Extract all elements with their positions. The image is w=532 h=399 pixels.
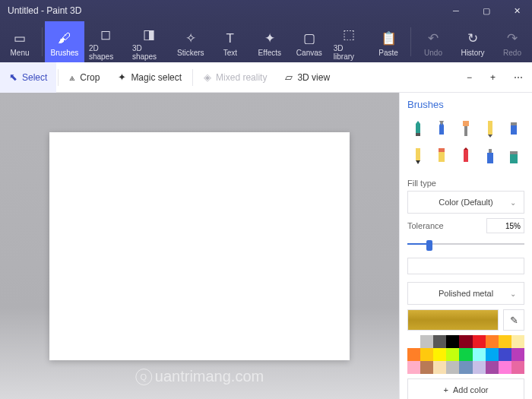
palette-color[interactable] [420, 335, 433, 348]
brush-pixel[interactable] [503, 118, 524, 141]
svg-rect-1 [463, 121, 469, 126]
mixed-reality-tool: ◈ Mixed reality [195, 62, 276, 93]
magic-select-tool[interactable]: ✦ Magic select [109, 62, 191, 93]
palette-color[interactable] [499, 361, 511, 374]
brush-watercolor[interactable] [480, 118, 501, 141]
svg-rect-12 [510, 154, 518, 163]
crop-tool[interactable]: ⟁ Crop [60, 62, 109, 93]
svg-rect-9 [464, 150, 468, 162]
palette-color[interactable] [473, 335, 486, 348]
text-icon: T [226, 30, 234, 47]
palette-color[interactable] [511, 361, 524, 374]
brush-oil[interactable] [455, 118, 477, 141]
tab-stickers[interactable]: ✧ Stickers [171, 21, 211, 62]
canvas-area[interactable]: Q uantrimang.com [0, 93, 399, 399]
ribbon: ▭ Menu 🖌 Brushes ◻ 2D shapes ◨ 3D shapes… [0, 21, 532, 62]
more-button[interactable]: ⋯ [505, 62, 532, 93]
brush-fill[interactable] [503, 145, 524, 168]
fill-type-label: Fill type [407, 179, 524, 188]
palette-color[interactable] [433, 361, 446, 374]
brush-grid [407, 118, 524, 168]
palette-color[interactable] [486, 335, 499, 348]
zoom-in-button[interactable]: + [481, 62, 505, 93]
palette-color[interactable] [446, 335, 459, 348]
close-button[interactable]: ✕ [502, 0, 532, 21]
view3d-icon: ▱ [285, 71, 293, 83]
palette-color[interactable] [486, 348, 499, 361]
palette-color[interactable] [459, 335, 472, 348]
palette-color[interactable] [407, 335, 420, 348]
stickers-icon: ✧ [185, 30, 196, 47]
brush-crayon[interactable] [455, 145, 477, 168]
palette-color[interactable] [420, 361, 433, 374]
palette-color[interactable] [499, 335, 511, 348]
magic-icon: ✦ [118, 71, 126, 83]
paste-icon: 📋 [381, 30, 397, 47]
palette-color[interactable] [486, 361, 499, 374]
fill-type-dropdown[interactable]: Color (Default) ⌄ [407, 191, 524, 214]
mixed-reality-icon: ◈ [204, 71, 211, 83]
brush-marker[interactable] [407, 118, 429, 141]
zoom-out-button[interactable]: − [458, 62, 481, 93]
maximize-button[interactable]: ▢ [471, 0, 502, 21]
tolerance-slider[interactable] [407, 238, 524, 250]
palette-color[interactable] [407, 361, 420, 374]
cursor-icon: ⬉ [9, 71, 17, 83]
watermark: Q uantrimang.com [135, 368, 264, 385]
palette-color[interactable] [511, 348, 524, 361]
brush-pencil[interactable] [407, 145, 429, 168]
brush-spray[interactable] [480, 145, 501, 168]
library-icon: ⬚ [343, 26, 355, 43]
tab-text[interactable]: T Text [211, 21, 250, 62]
redo-button[interactable]: ↷ Redo [492, 21, 532, 62]
palette-color[interactable] [511, 335, 524, 348]
palette-color[interactable] [446, 361, 459, 374]
brush-calligraphy[interactable] [432, 118, 453, 141]
current-color-swatch[interactable] [407, 309, 499, 331]
undo-button[interactable]: ↶ Undo [413, 21, 453, 62]
paste-button[interactable]: 📋 Paste [369, 21, 408, 62]
history-button[interactable]: ↻ History [453, 21, 492, 62]
minimize-button[interactable]: ─ [441, 0, 471, 21]
svg-rect-11 [489, 149, 492, 153]
chevron-down-icon: ⌄ [510, 290, 516, 298]
history-icon: ↻ [467, 30, 478, 47]
undo-icon: ↶ [428, 30, 439, 47]
material-dropdown[interactable]: Polished metal ⌄ [407, 282, 524, 305]
palette-color[interactable] [433, 335, 446, 348]
palette-color[interactable] [459, 348, 472, 361]
tab-2d-shapes[interactable]: ◻ 2D shapes [84, 21, 128, 62]
opacity-box[interactable] [407, 258, 524, 274]
menu-button[interactable]: ▭ Menu [0, 21, 40, 62]
palette-color[interactable] [420, 348, 433, 361]
brush-eraser[interactable] [432, 145, 453, 168]
add-color-button[interactable]: + Add color [407, 378, 524, 399]
panel-title: Brushes [407, 99, 524, 110]
palette-color[interactable] [433, 348, 446, 361]
bulb-icon: Q [135, 369, 152, 385]
menu-icon: ▭ [14, 30, 26, 47]
palette-color[interactable] [473, 361, 486, 374]
window-title: Untitled - Paint 3D [8, 5, 81, 16]
tab-3d-shapes[interactable]: ◨ 3D shapes [128, 21, 171, 62]
effects-icon: ✦ [264, 30, 275, 47]
tab-effects[interactable]: ✦ Effects [250, 21, 290, 62]
palette-color[interactable] [499, 348, 511, 361]
redo-icon: ↷ [507, 30, 518, 47]
palette-color[interactable] [407, 348, 420, 361]
svg-rect-2 [464, 126, 467, 136]
canvas[interactable] [49, 132, 350, 360]
brush-icon: 🖌 [58, 30, 71, 47]
tab-brushes[interactable]: 🖌 Brushes [45, 21, 84, 62]
eyedropper-button[interactable]: ✎ [503, 309, 524, 331]
svg-rect-0 [416, 133, 420, 136]
palette-color[interactable] [473, 348, 486, 361]
select-tool[interactable]: ⬉ Select [0, 62, 56, 93]
tab-canvas[interactable]: ▢ Canvas [290, 21, 329, 62]
svg-rect-5 [511, 122, 517, 125]
3d-view-tool[interactable]: ▱ 3D view [276, 62, 339, 93]
palette-color[interactable] [446, 348, 459, 361]
tolerance-input[interactable] [486, 218, 524, 233]
palette-color[interactable] [459, 361, 472, 374]
tab-3d-library[interactable]: ⬚ 3D library [329, 21, 369, 62]
